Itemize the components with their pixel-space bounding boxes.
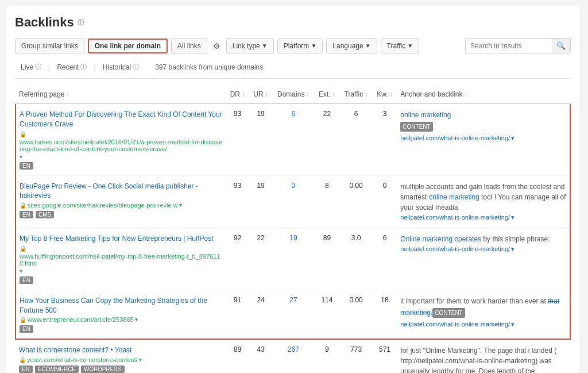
language-dropdown[interactable]: Language ▼ [326,39,377,53]
domains-cell: 0 [272,175,314,228]
referring-page-cell: What is cornerstone content? • Yoast🔒yoa… [16,339,226,373]
backlink-arrow-icon: ▾ [511,133,514,143]
settings-gear-button[interactable]: ⚙ [211,39,223,53]
backlink-url-link[interactable]: neilpatel.com/what-is-online-marketing/ … [400,213,566,222]
tag-cms: CMS [36,211,54,218]
backlink-arrow-icon: ▾ [511,320,514,329]
tags-row: EN [20,325,222,333]
domains-link[interactable]: 27 [289,296,297,304]
dr-sort-icon[interactable]: ↕ [242,91,245,98]
url-dropdown-arrow-icon[interactable]: ▾ [20,153,22,160]
tabs-row: Live ⓘ | Recent ⓘ | Historical ⓘ 397 bac… [15,60,571,79]
tag-en: EN [20,276,33,284]
page-url-link[interactable]: www.huffingtonpost.com/neil-patel/my-top… [20,253,222,267]
anchor-text-link[interactable]: that marketing. [400,297,559,317]
page-url-link[interactable]: www.entrepreneur.com/article/253865 [28,316,134,323]
url-dropdown-arrow-icon[interactable]: ▾ [179,202,182,208]
table-body: A Proven Method For Discovering The Exac… [16,103,570,373]
kw-cell: 571 [373,339,397,373]
kw-cell: 0 [373,175,397,228]
url-dropdown-arrow-icon[interactable]: ▾ [139,356,142,363]
domains-link[interactable]: 6 [292,110,296,118]
col-dr: DR ↕ [226,86,249,103]
col-kw: Kw. ↕ [373,86,397,103]
ur-cell: 43 [249,339,273,373]
search-button[interactable]: 🔍 [552,39,570,53]
lock-icon: 🔒 [20,317,26,323]
table-row: How Your Business Can Copy the Marketing… [16,290,570,339]
traffic-cell: 0.00 [340,175,373,228]
anchor-sort-icon[interactable]: ↕ [465,91,467,98]
page-title-link[interactable]: BleuPage Pro Review - One Click Social m… [20,182,222,201]
url-dropdown-arrow-icon[interactable]: ▾ [20,268,22,274]
url-dropdown-arrow-icon[interactable]: ▾ [135,316,138,322]
backlink-arrow-icon: ▾ [511,244,514,254]
kw-cell: 3 [373,103,397,175]
ext-sort-icon[interactable]: ↕ [332,91,335,98]
url-row: 🔒yoast.com/what-is-cornerstone-content/ … [19,356,222,363]
content-badge: CONTENT [432,308,465,318]
anchor-text-link[interactable]: Online marketing operates [400,235,481,243]
backlink-url-link[interactable]: neilpatel.com/what-is-online-marketing/ … [400,133,566,143]
page-url-link[interactable]: www.forbes.com/sites/neilpatel/2016/01/2… [20,139,222,152]
anchor-text-link[interactable]: online marketing [400,111,451,119]
table-row: What is cornerstone content? • Yoast🔒yoa… [16,339,570,373]
backlinks-count: 397 backlinks from unique domains [155,63,263,71]
domains-cell: 267 [272,339,314,373]
anchor-cell: multiple accounts and gain leads from th… [397,175,570,228]
backlink-url-row: neilpatel.com/what-is-online-marketing/ … [400,213,566,222]
toolbar: Group similar links One link per domain … [15,38,571,53]
ext-cell: 114 [314,290,339,339]
dr-cell: 93 [226,175,249,228]
ext-cell: 9 [314,339,339,373]
backlink-url-link[interactable]: neilpatel.com/what-is-online-marketing/ … [400,320,566,329]
live-info-icon: ⓘ [35,63,41,71]
tags-row: EN [20,162,222,170]
historical-info-icon: ⓘ [133,63,139,71]
domains-link[interactable]: 0 [292,182,296,190]
table-header-row: Referring page ↕ DR ↕ UR ↕ Domains ↕ [16,86,570,103]
tab-historical[interactable]: Historical ⓘ [97,60,145,74]
referring-sort-icon[interactable]: ↕ [67,91,69,98]
tab-recent[interactable]: Recent ⓘ [51,60,92,74]
page-title-link[interactable]: How Your Business Can Copy the Marketing… [20,296,222,316]
domains-link[interactable]: 19 [289,234,297,242]
traffic-cell: 6 [340,103,373,175]
traffic-cell: 3.0 [340,228,373,290]
one-link-per-domain-button[interactable]: One link per domain [88,39,168,53]
group-similar-button[interactable]: Group similar links [15,39,84,53]
url-row: 🔒www.huffingtonpost.com/neil-patel/my-to… [20,245,222,274]
platform-dropdown[interactable]: Platform ▼ [277,39,323,53]
domains-link[interactable]: 267 [288,345,299,353]
anchor-context: Online marketing operates by this simple… [400,235,550,243]
col-traffic: Traffic ↕ [340,86,373,103]
tags-row: EN [20,276,222,284]
ur-sort-icon[interactable]: ↕ [265,91,268,98]
search-input[interactable] [466,39,552,53]
anchor-text-link[interactable]: online marketing [429,193,479,201]
tag-ecommerce: ECOMMERCE [35,366,79,373]
page-url-link[interactable]: sites.google.com/site/hakirevies/bleupag… [28,202,178,209]
page-title-link[interactable]: My Top 8 Free Marketing Tips for New Ent… [20,234,222,244]
kw-sort-icon[interactable]: ↕ [390,91,393,98]
tag-en: EN [19,366,33,373]
backlink-url-row: neilpatel.com/what-is-online-marketing/ … [400,244,566,254]
col-ur: UR ↕ [249,86,273,103]
link-type-dropdown[interactable]: Link type ▼ [226,39,274,53]
page-title-link[interactable]: A Proven Method For Discovering The Exac… [20,110,222,129]
domains-cell: 19 [272,228,314,290]
backlink-url-link[interactable]: neilpatel.com/what-is-online-marketing/ … [400,244,566,254]
page-url-link[interactable]: yoast.com/what-is-cornerstone-content/ [27,356,138,363]
traffic-cell: 0.00 [340,290,373,339]
traffic-sort-icon[interactable]: ↕ [365,91,368,98]
anchor-cell: for just "Online Marketing". The page th… [397,339,570,373]
tab-live[interactable]: Live ⓘ [15,60,47,74]
anchor-context: for just "Online Marketing". The page th… [400,347,556,373]
ur-cell: 19 [249,103,273,175]
all-links-button[interactable]: All links [171,39,207,53]
traffic-dropdown[interactable]: Traffic ▼ [381,39,420,53]
tab-divider-1: | [48,63,50,71]
page-title-link[interactable]: What is cornerstone content? • Yoast [19,345,222,355]
tag-en: EN [20,162,33,170]
domains-sort-icon[interactable]: ↕ [307,91,310,98]
